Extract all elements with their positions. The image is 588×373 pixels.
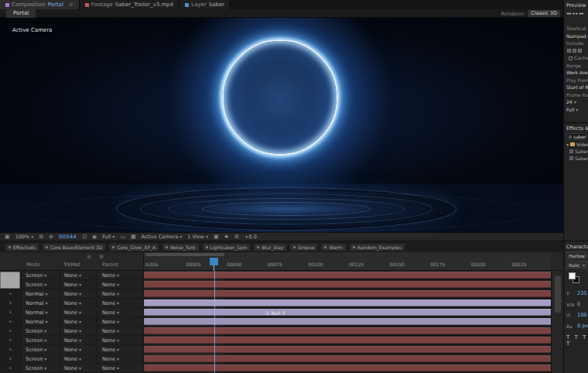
baseline-shift-value[interactable]: 0 px bbox=[577, 323, 588, 329]
layer-switches[interactable] bbox=[0, 345, 22, 354]
range-dropdown[interactable]: Work Area bbox=[564, 69, 588, 77]
layer-switches[interactable] bbox=[0, 364, 22, 372]
layer-bar[interactable] bbox=[144, 299, 551, 306]
preset-group-video-copilot[interactable]: ▾ Video Copilot bbox=[564, 140, 588, 147]
character-panel-title[interactable]: Character bbox=[564, 241, 588, 250]
layer-row[interactable]: NormalNoneNone bbox=[0, 308, 144, 317]
cache-before-playback[interactable]: Cache Before Playback bbox=[564, 54, 588, 62]
mode-dropdown[interactable]: Screen bbox=[26, 337, 49, 344]
show-snapshot-icon[interactable]: ⊡ bbox=[82, 233, 87, 241]
trkmat-dropdown[interactable]: None bbox=[64, 356, 84, 362]
mode-dropdown[interactable]: Screen bbox=[26, 272, 49, 279]
trkmat-dropdown[interactable]: None bbox=[64, 319, 84, 325]
play-icon[interactable]: ▸ bbox=[576, 11, 578, 15]
effects-search-input[interactable] bbox=[573, 134, 586, 139]
preset-entry[interactable]: Saber bbox=[564, 154, 588, 161]
transparency-grid-icon[interactable]: ▦ bbox=[131, 233, 136, 241]
vertical-scale-value[interactable]: 100 % bbox=[577, 312, 588, 318]
font-size-value[interactable]: 235 bbox=[577, 290, 586, 296]
region-of-interest-icon[interactable]: ▭ bbox=[120, 233, 125, 241]
layer-switches[interactable] bbox=[0, 336, 22, 344]
layer-bar[interactable] bbox=[144, 355, 551, 362]
fx-button-blur[interactable]: Blur_blay bbox=[254, 244, 286, 251]
tab-footage-saber-trailer[interactable]: Footage Saber_Trailer_v3.mp4 bbox=[80, 0, 180, 9]
layer-row[interactable]: ScreenNoneNone bbox=[0, 327, 144, 336]
trkmat-dropdown[interactable]: None bbox=[64, 347, 84, 353]
layer-switches[interactable] bbox=[0, 308, 22, 317]
chevron-down-icon[interactable]: ▾ bbox=[566, 142, 569, 147]
layer-bar[interactable] bbox=[144, 272, 551, 279]
layer-switches[interactable] bbox=[0, 327, 22, 335]
layer-row[interactable]: ScreenNoneNone bbox=[0, 336, 144, 345]
mode-dropdown[interactable]: Normal bbox=[26, 319, 50, 325]
first-frame-icon[interactable]: ◂◂ bbox=[566, 11, 571, 15]
fx-button-gropse[interactable]: Gropse bbox=[290, 244, 317, 251]
layer-switches[interactable] bbox=[0, 289, 22, 298]
renderer-value-button[interactable]: Classic 3D bbox=[528, 10, 560, 17]
layer-bar[interactable] bbox=[144, 290, 551, 297]
mode-dropdown[interactable]: Screen bbox=[26, 347, 49, 353]
layer-row[interactable]: ScreenNoneNone bbox=[0, 364, 144, 373]
parent-dropdown[interactable]: None bbox=[102, 272, 121, 279]
panel-menu-icon[interactable]: ≡ bbox=[69, 2, 74, 8]
include-overlays-icon[interactable] bbox=[578, 49, 582, 53]
resolution-dropdown[interactable]: Full bbox=[102, 234, 115, 240]
parent-dropdown[interactable]: None bbox=[102, 337, 121, 344]
timeline-settings-icon[interactable]: ⚙ bbox=[234, 233, 239, 241]
mode-dropdown[interactable]: Screen bbox=[26, 282, 49, 288]
column-header-parent[interactable]: Parent bbox=[102, 262, 118, 268]
effects-presets-title[interactable]: Effects & Presets bbox=[564, 123, 588, 132]
camera-view-dropdown[interactable]: Active Camera bbox=[142, 234, 183, 240]
parent-dropdown[interactable]: None bbox=[102, 319, 121, 325]
layer-bar[interactable] bbox=[144, 337, 551, 344]
grid-guides-icon[interactable]: ⊞ bbox=[39, 233, 43, 241]
pixel-aspect-icon[interactable]: ▣ bbox=[214, 233, 219, 241]
work-area-bar[interactable] bbox=[145, 253, 224, 256]
composition-viewport[interactable]: Active Camera bbox=[0, 18, 563, 232]
time-ruler[interactable]: 0:00s 00025 00050 00075 00100 00125 0015… bbox=[144, 252, 551, 271]
layer-row[interactable]: ScreenNoneNone bbox=[0, 271, 144, 280]
column-header-mode[interactable]: Mode bbox=[26, 262, 40, 268]
fx-button-core-glow[interactable]: Core_Glow_XP_A bbox=[109, 244, 159, 251]
layer-bar[interactable] bbox=[144, 346, 551, 353]
faux-style-toggles[interactable]: T T T T bbox=[564, 331, 588, 347]
shortcut-dropdown[interactable]: Numpad 0 bbox=[564, 33, 588, 40]
trkmat-dropdown[interactable]: None bbox=[64, 282, 84, 288]
trkmat-dropdown[interactable]: None bbox=[64, 291, 84, 297]
layer-switches[interactable] bbox=[0, 317, 22, 326]
mode-dropdown[interactable]: Normal bbox=[26, 310, 50, 316]
viewer-tab-portal[interactable]: Portal bbox=[6, 9, 36, 18]
next-frame-icon[interactable]: ▸▸ bbox=[579, 11, 584, 15]
mode-dropdown[interactable]: Screen bbox=[26, 356, 49, 362]
current-time-field[interactable]: 00044 bbox=[59, 234, 77, 240]
parent-dropdown[interactable]: None bbox=[102, 328, 121, 334]
trkmat-dropdown[interactable]: None bbox=[64, 365, 84, 371]
parent-dropdown[interactable]: None bbox=[102, 291, 121, 297]
column-header-trkmat[interactable]: TrkMat bbox=[63, 262, 80, 268]
layer-row[interactable]: NormalNoneNone bbox=[0, 317, 144, 327]
tab-composition-portal[interactable]: Composition Portal ≡ bbox=[0, 0, 80, 9]
layer-row[interactable]: NormalNoneNone bbox=[0, 299, 144, 308]
exposure-value[interactable]: +0.0 bbox=[244, 234, 257, 240]
trkmat-dropdown[interactable]: None bbox=[64, 272, 84, 279]
parent-dropdown[interactable]: None bbox=[102, 356, 121, 362]
view-layout-dropdown[interactable]: 1 View bbox=[187, 234, 208, 240]
fx-button-random-examples[interactable]: Random_Examples bbox=[350, 244, 405, 251]
current-time-indicator-head[interactable] bbox=[210, 258, 218, 265]
layer-bar[interactable] bbox=[144, 318, 551, 325]
snapshot-icon[interactable]: ▣ bbox=[5, 233, 10, 241]
fx-button-core-base[interactable]: Core Base/Element 3D bbox=[43, 244, 106, 251]
current-time-indicator-line[interactable] bbox=[214, 271, 215, 373]
trkmat-dropdown[interactable]: None bbox=[64, 328, 84, 334]
previous-frame-icon[interactable]: ◂ bbox=[573, 11, 575, 15]
fill-color-swatch[interactable] bbox=[569, 272, 576, 279]
play-from-dropdown[interactable]: Start of Range bbox=[564, 84, 588, 91]
tab-layer-saber[interactable]: Layer Saber bbox=[179, 0, 231, 9]
checkbox-icon[interactable] bbox=[569, 56, 573, 60]
zoom-dropdown[interactable]: 100% bbox=[15, 234, 34, 240]
channels-icon[interactable]: ◉ bbox=[92, 233, 97, 241]
trkmat-dropdown[interactable]: None bbox=[64, 300, 84, 306]
fx-button-effectsols[interactable]: Effectsols bbox=[5, 244, 39, 251]
layer-row[interactable]: ScreenNoneNone bbox=[0, 280, 144, 289]
layer-bar[interactable] bbox=[144, 327, 551, 334]
